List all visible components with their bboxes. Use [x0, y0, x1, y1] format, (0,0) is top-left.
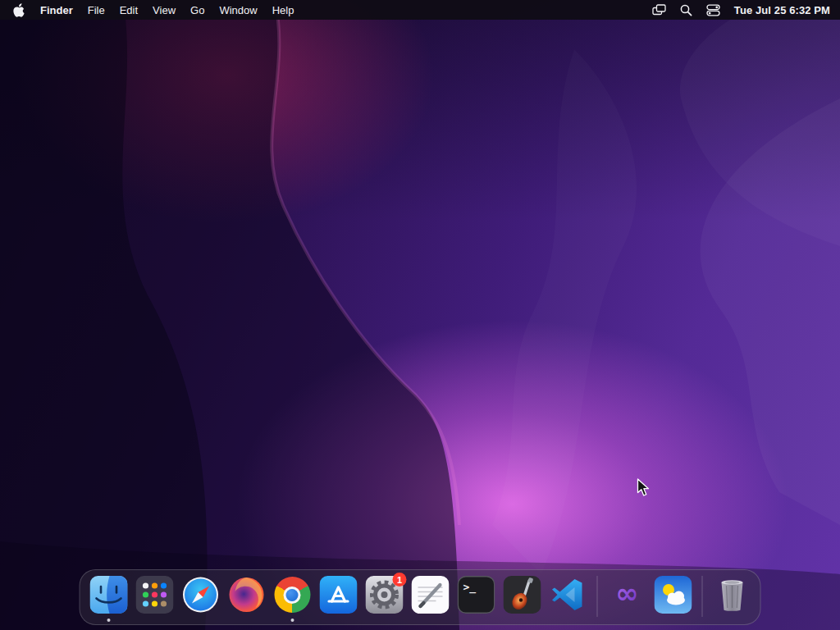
desktop[interactable]: Finder File Edit View Go Window Help [0, 0, 840, 630]
menu-item-finder[interactable]: Finder [33, 0, 80, 20]
menu-item-help[interactable]: Help [265, 0, 302, 20]
wallpaper-ridges [0, 0, 840, 630]
running-indicator [290, 619, 294, 622]
dock-separator [702, 576, 703, 617]
desktop-wallpaper [0, 0, 840, 630]
notification-badge: 1 [393, 573, 407, 587]
search-icon[interactable] [680, 4, 692, 16]
weather-icon [654, 576, 692, 614]
garageband-icon [503, 576, 541, 614]
menu-item-view[interactable]: View [145, 0, 183, 20]
dock-item-launchpad[interactable] [135, 576, 174, 617]
dock-item-terminal[interactable]: >_ [457, 576, 495, 617]
menu-bar: Finder File Edit View Go Window Help [0, 0, 840, 20]
dock-item-firefox[interactable] [227, 576, 266, 617]
screen-mirroring-icon[interactable] [652, 4, 666, 16]
dock-item-chrome[interactable] [273, 576, 312, 617]
textedit-icon [411, 576, 449, 614]
dock-item-safari[interactable] [181, 576, 220, 617]
dock-item-garageband[interactable] [503, 576, 541, 617]
svg-text:∞: ∞ [615, 577, 638, 609]
dock-item-textedit[interactable] [411, 576, 450, 617]
terminal-icon: >_ [457, 576, 495, 614]
dock: 1 [80, 569, 761, 625]
menu-item-edit[interactable]: Edit [112, 0, 145, 20]
svg-text:>_: >_ [463, 581, 476, 594]
dock-separator [597, 576, 598, 617]
dock-item-trash[interactable] [713, 576, 751, 617]
vscode-icon [549, 576, 587, 614]
launchpad-icon [135, 576, 173, 614]
apple-menu[interactable] [8, 0, 33, 20]
firefox-icon [227, 576, 265, 614]
menu-bar-status: Tue Jul 25 6:32 PM [652, 0, 840, 20]
dock-item-visual-studio[interactable]: ∞ [608, 576, 646, 617]
finder-icon [89, 576, 127, 614]
app-store-icon [319, 576, 357, 614]
menu-item-go[interactable]: Go [183, 0, 212, 20]
menu-bar-clock[interactable]: Tue Jul 25 6:32 PM [734, 4, 830, 16]
menu-bar-left: Finder File Edit View Go Window Help [0, 0, 301, 20]
safari-icon [181, 576, 219, 614]
visual-studio-icon: ∞ [608, 576, 646, 614]
dock-item-app-store[interactable] [319, 576, 358, 617]
running-indicator [107, 619, 110, 622]
dock-item-system-preferences[interactable]: 1 [365, 576, 404, 617]
chrome-icon [273, 576, 311, 614]
dock-item-weather[interactable] [654, 576, 692, 617]
trash-icon [713, 576, 751, 614]
menu-item-window[interactable]: Window [212, 0, 264, 20]
dock-item-vscode[interactable] [549, 576, 587, 617]
dock-item-finder[interactable] [89, 576, 128, 617]
menu-item-file[interactable]: File [80, 0, 112, 20]
control-center-icon[interactable] [706, 4, 720, 16]
apple-logo-icon [13, 3, 25, 17]
